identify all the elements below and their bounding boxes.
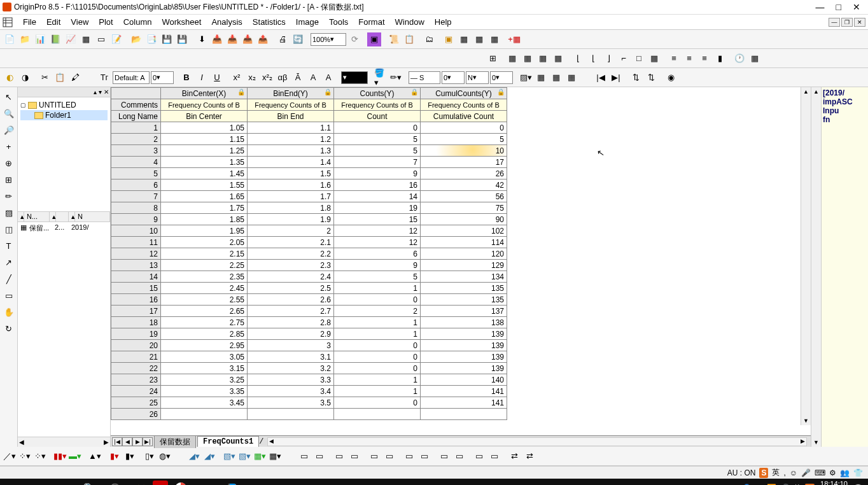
list-item[interactable]: ▦ 保留... 2... 2019/	[18, 222, 110, 234]
save-button[interactable]: 💾	[160, 32, 174, 46]
row-header[interactable]: 7	[111, 191, 161, 202]
tab-first-button[interactable]: |◀	[112, 437, 122, 446]
shirt-icon[interactable]: 👕	[853, 468, 863, 477]
data-cell[interactable]: 0	[334, 294, 421, 306]
new-column-button[interactable]: +▦	[507, 32, 521, 46]
data-cell[interactable]: 141	[421, 386, 507, 397]
pe-root-node[interactable]: ▢ UNTITLED	[20, 100, 108, 110]
rotate-tool[interactable]: ↻	[2, 321, 16, 335]
data-cell[interactable]: 1.15	[161, 134, 248, 145]
data-cell[interactable]: 120	[421, 248, 507, 260]
statistics-button[interactable]: ▦	[487, 32, 501, 46]
data-cell[interactable]: 2.3	[248, 260, 334, 271]
menu-worksheet[interactable]: Worksheet	[157, 16, 207, 28]
sheet-tab-1[interactable]: 保留数据	[154, 435, 196, 448]
data-cell[interactable]: 1.55	[161, 179, 248, 191]
face-icon[interactable]: ☺	[790, 468, 797, 477]
symbol-combo[interactable]: N▾	[466, 71, 489, 84]
print-button[interactable]: 🖨	[276, 32, 290, 46]
symbol-size-combo[interactable]: 0 ▾	[490, 71, 513, 84]
row-header[interactable]: 2	[111, 134, 161, 145]
longname-cell[interactable]: Bin Center	[161, 111, 248, 122]
data-cell[interactable]: 3.05	[161, 351, 248, 363]
swap-button[interactable]: ⇄	[507, 449, 521, 463]
people-icon[interactable]: 👥	[840, 468, 850, 477]
import-ascii-button[interactable]: 📥	[210, 32, 224, 46]
data-cell[interactable]: 5	[334, 271, 421, 283]
data-cell[interactable]: 19	[334, 202, 421, 214]
grouped-plot-button[interactable]: ▮▾	[123, 449, 137, 463]
file-explorer-icon[interactable]: 📁	[127, 479, 153, 485]
image-plot-button[interactable]: ▦▾	[268, 449, 282, 463]
export-button[interactable]: 📤	[256, 32, 270, 46]
data-cell[interactable]: 1	[334, 317, 421, 328]
line-width-combo[interactable]: 0 ▾	[442, 71, 465, 84]
row-header[interactable]: Long Name	[111, 111, 161, 122]
data-cell[interactable]: 1.75	[161, 202, 248, 214]
data-cell[interactable]: 56	[421, 191, 507, 202]
line-symbol-button[interactable]: ⁘▾	[33, 449, 47, 463]
axis-top-button[interactable]: ⌐	[617, 52, 631, 66]
column-plot-button[interactable]: ▮▮▾	[53, 449, 67, 463]
data-cell[interactable]: 134	[421, 271, 507, 283]
swap-xy2-button[interactable]: ⇅	[644, 71, 658, 85]
data-cell[interactable]: 3	[248, 340, 334, 351]
data-cell[interactable]: 1.1	[248, 122, 334, 134]
data-cell[interactable]: 2	[248, 225, 334, 237]
underline-button[interactable]: U	[210, 71, 224, 85]
data-cell[interactable]: 0	[334, 351, 421, 363]
area-plot-button[interactable]: ▲▾	[88, 449, 102, 463]
data-cell[interactable]: 5	[334, 134, 421, 145]
data-cell[interactable]: 16	[334, 179, 421, 191]
labtalk-button[interactable]: 📜	[387, 32, 401, 46]
superscript-button[interactable]: x²	[230, 71, 244, 85]
new-workbook-button[interactable]: 📊	[33, 32, 47, 46]
align-left-button[interactable]: ▭	[297, 449, 311, 463]
rescale-button[interactable]: ⊞	[486, 52, 500, 66]
data-cell[interactable]: 2.15	[161, 248, 248, 260]
script-panel[interactable]: [2019/ impASC Inpu fn	[821, 87, 868, 447]
zoom-combo[interactable]: 100% ▾	[311, 33, 346, 46]
data-cell[interactable]: 1.2	[248, 134, 334, 145]
data-cell[interactable]: 1.65	[161, 191, 248, 202]
bold-button[interactable]: B	[179, 71, 193, 85]
data-cell[interactable]: 2.2	[248, 248, 334, 260]
data-cell[interactable]	[248, 409, 334, 420]
text-tool[interactable]: T	[2, 239, 16, 253]
sheet-tab-2[interactable]: FreqCounts1	[197, 436, 259, 447]
axis-right-button[interactable]: ⌋	[601, 52, 615, 66]
paste-format-button[interactable]: 📋	[53, 71, 67, 85]
row-header[interactable]: 26	[111, 409, 161, 420]
data-cell[interactable]: 1.7	[248, 191, 334, 202]
data-cell[interactable]: 3.2	[248, 363, 334, 374]
ungroup-button[interactable]: ▭	[487, 449, 501, 463]
increase-font-button[interactable]: A	[306, 71, 320, 85]
line-style-combo[interactable]: — S	[409, 71, 440, 84]
code-builder-button[interactable]: ▣	[367, 32, 381, 46]
3d-plot1-button[interactable]: ◢▾	[187, 449, 201, 463]
import-wizard-button[interactable]: ⬇	[195, 32, 209, 46]
data-cell[interactable]: 2.45	[161, 283, 248, 294]
data-cell[interactable]	[334, 409, 421, 420]
import-excel-button[interactable]: 📥	[241, 32, 255, 46]
menu-window[interactable]: Window	[390, 16, 430, 28]
pattern-button[interactable]: ▨▾	[519, 71, 533, 85]
layer1-button[interactable]: ▦	[505, 52, 519, 66]
data-cell[interactable]: 2.8	[248, 317, 334, 328]
menu-help[interactable]: Help	[430, 16, 457, 28]
data-cell[interactable]: 12	[334, 237, 421, 248]
frame-button[interactable]: □	[632, 52, 646, 66]
data-cell[interactable]: 5	[421, 134, 507, 145]
region-tool[interactable]: ◫	[2, 222, 16, 236]
row-header[interactable]: Comments	[111, 99, 161, 111]
align-h-button[interactable]: ▭	[367, 449, 381, 463]
chrome-icon[interactable]	[168, 479, 193, 485]
mdi-vscroll[interactable]: ▲▼	[811, 87, 821, 447]
menu-statistics[interactable]: Statistics	[248, 16, 291, 28]
comment-cell[interactable]: Frequency Counts of B	[334, 99, 421, 111]
highlight-button[interactable]: 🖍	[68, 71, 82, 85]
align-v-button[interactable]: ▭	[382, 449, 396, 463]
data-cell[interactable]: 135	[421, 283, 507, 294]
data-cell[interactable]: 26	[421, 168, 507, 179]
new-notes-button[interactable]: 📝	[109, 32, 123, 46]
